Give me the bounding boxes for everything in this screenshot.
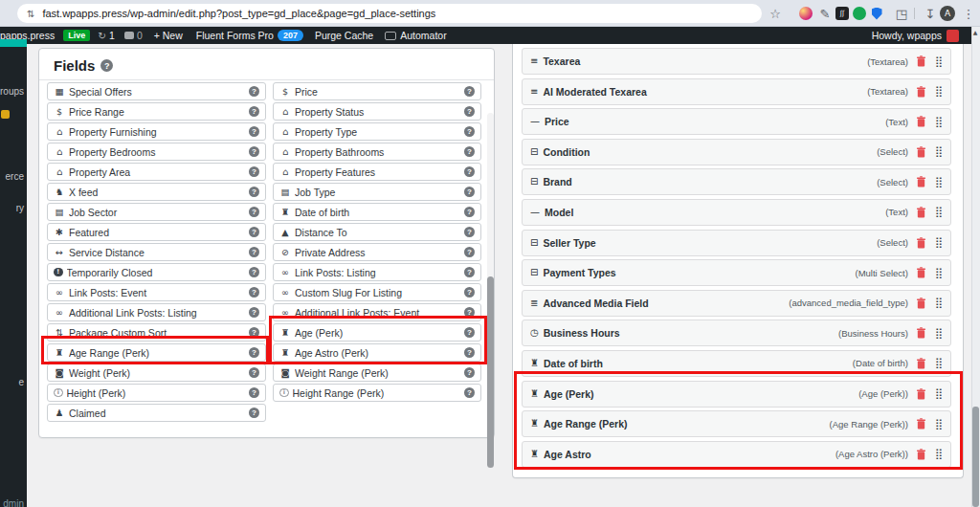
window-scrollbar-thumb[interactable] — [972, 407, 979, 507]
active-field-row-age-range-perk[interactable]: ♜ Age Range (Perk) (Age Range (Perk)) ⣿ — [522, 410, 951, 437]
address-bar[interactable]: ⇅ fast.wpapps.press/wp-admin/edit.php?po… — [17, 4, 762, 23]
trash-icon[interactable] — [916, 418, 926, 430]
help-icon[interactable]: ? — [249, 146, 259, 157]
drag-handle-icon[interactable]: ⣿ — [935, 146, 943, 157]
active-field-row-date-of-birth[interactable]: ♜ Date of birth (Date of birth) ⣿ — [522, 350, 951, 377]
active-field-row-price[interactable]: — Price (Text) ⣿ — [522, 108, 951, 135]
field-button-height-perk[interactable]: i Height (Perk) ? — [47, 384, 266, 402]
comments-icon[interactable] — [124, 32, 134, 39]
help-icon[interactable]: ? — [464, 387, 475, 398]
sidebar-item-fragment[interactable]: ry — [16, 203, 24, 213]
field-button-property-bedrooms[interactable]: ⌂ Property Bedrooms ? — [47, 143, 266, 161]
drag-handle-icon[interactable]: ⣿ — [935, 298, 943, 308]
extensions-puzzle-icon[interactable]: ◳ — [893, 6, 910, 21]
trash-icon[interactable] — [916, 327, 926, 339]
field-button-age-perk[interactable]: ♜ Age (Perk) ? — [273, 323, 481, 342]
trash-icon[interactable] — [916, 267, 926, 278]
field-button-property-features[interactable]: ⌂ Property Features ? — [273, 163, 481, 181]
trash-icon[interactable] — [916, 237, 926, 249]
extension-icon-dark[interactable]: ʃʃ — [834, 6, 851, 21]
drag-handle-icon[interactable]: ⣿ — [935, 419, 943, 430]
field-button-property-area[interactable]: ⌂ Property Area ? — [47, 163, 266, 181]
extension-icon-green[interactable] — [851, 6, 868, 21]
help-icon[interactable]: ? — [249, 207, 259, 217]
help-icon[interactable]: ? — [249, 347, 259, 358]
help-icon[interactable]: ? — [464, 327, 475, 338]
fields-scrollbar-thumb[interactable] — [487, 276, 494, 468]
field-button-job-sector[interactable]: ▤ Job Sector ? — [47, 203, 266, 221]
help-icon[interactable]: ? — [100, 59, 113, 72]
drag-handle-icon[interactable]: ⣿ — [935, 358, 943, 368]
trash-icon[interactable] — [916, 116, 926, 127]
help-icon[interactable]: ? — [249, 106, 259, 117]
sidebar-item-fragment[interactable]: dmin — [3, 498, 24, 507]
help-icon[interactable]: ? — [464, 247, 475, 257]
field-button-property-type[interactable]: ⌂ Property Type ? — [273, 122, 481, 141]
field-button-temporarily-closed[interactable]: ! Temporarily Closed ? — [47, 263, 266, 281]
field-button-private-address[interactable]: ⊘ Private Address ? — [273, 243, 481, 261]
field-button-custom-slug-for-listing[interactable]: ∞ Custom Slug For Listing ? — [273, 283, 481, 301]
help-icon[interactable]: ? — [249, 86, 259, 97]
field-button-age-astro-perk[interactable]: ♜ Age Astro (Perk) ? — [273, 343, 481, 362]
menu-kebab-icon[interactable]: ⋮ — [960, 6, 977, 21]
drag-handle-icon[interactable]: ⣿ — [935, 86, 943, 97]
purge-cache-menu[interactable]: Purge Cache — [315, 30, 373, 41]
help-icon[interactable]: ? — [464, 146, 475, 157]
field-button-special-offers[interactable]: ▦ Special Offers ? — [47, 82, 266, 100]
active-field-row-advanced-media-field[interactable]: ≣ Advanced Media Field (advanced_media_f… — [522, 290, 951, 317]
help-icon[interactable]: ? — [249, 247, 259, 257]
active-field-row-model[interactable]: — Model (Text) ⣿ — [522, 199, 951, 226]
trash-icon[interactable] — [916, 207, 926, 218]
drag-handle-icon[interactable]: ⣿ — [935, 388, 943, 399]
help-icon[interactable]: ? — [464, 207, 475, 217]
drag-handle-icon[interactable]: ⣿ — [935, 237, 943, 248]
drag-handle-icon[interactable]: ⣿ — [935, 177, 943, 187]
active-field-row-age-astro[interactable]: ♜ Age Astro (Age Astro (Perk)) ⣿ — [522, 441, 951, 468]
sidebar-item-fragment[interactable]: erce — [6, 171, 24, 182]
trash-icon[interactable] — [916, 86, 926, 98]
site-settings-icon[interactable]: ⇅ — [27, 9, 34, 19]
drag-handle-icon[interactable]: ⣿ — [935, 328, 943, 339]
account-avatar[interactable] — [947, 30, 959, 42]
drag-handle-icon[interactable]: ⣿ — [935, 449, 943, 459]
help-icon[interactable]: ? — [464, 287, 475, 298]
help-icon[interactable]: ? — [464, 166, 475, 177]
active-field-row-seller-type[interactable]: ⊟ Seller Type (Select) ⣿ — [522, 230, 951, 256]
help-icon[interactable]: ? — [249, 387, 259, 398]
howdy-account[interactable]: Howdy, wpapps — [872, 30, 942, 41]
help-icon[interactable]: ? — [249, 166, 259, 177]
automator-menu[interactable]: Automator — [400, 30, 446, 41]
help-icon[interactable]: ? — [464, 187, 475, 197]
drag-handle-icon[interactable]: ⣿ — [935, 268, 943, 278]
help-icon[interactable]: ? — [249, 287, 259, 298]
download-icon[interactable]: ↧ — [922, 6, 939, 21]
help-icon[interactable]: ? — [464, 307, 475, 318]
sidebar-item-fragment[interactable]: roups — [0, 86, 24, 97]
profile-avatar[interactable]: A — [939, 6, 956, 21]
bookmark-star-icon[interactable]: ☆ — [767, 6, 784, 21]
extension-icon-colorful[interactable] — [797, 6, 814, 21]
trash-icon[interactable] — [916, 146, 926, 158]
fluent-forms-menu[interactable]: Fluent Forms Pro — [196, 30, 274, 41]
help-icon[interactable]: ? — [249, 267, 259, 277]
help-icon[interactable]: ? — [249, 227, 259, 237]
updates-icon[interactable]: ↻ — [98, 30, 106, 41]
active-field-row-business-hours[interactable]: ◷ Business Hours (Business Hours) ⣿ — [522, 320, 951, 346]
trash-icon[interactable] — [916, 55, 926, 67]
active-field-row-payment-types[interactable]: ⊟ Payment Types (Multi Select) ⣿ — [522, 259, 951, 286]
help-icon[interactable]: ? — [464, 126, 475, 137]
help-icon[interactable]: ? — [249, 126, 259, 137]
active-field-row-age-perk[interactable]: ♜ Age (Perk) (Age (Perk)) ⣿ — [522, 381, 951, 408]
active-field-row-ai-moderated-texarea[interactable]: ≡ AI Moderated Texarea (Textarea) ⣿ — [522, 78, 951, 105]
help-icon[interactable]: ? — [464, 367, 475, 378]
help-icon[interactable]: ? — [249, 408, 259, 418]
trash-icon[interactable] — [916, 358, 926, 369]
field-button-property-bathrooms[interactable]: ⌂ Property Bathrooms ? — [273, 143, 481, 161]
drag-handle-icon[interactable]: ⣿ — [935, 117, 943, 127]
field-button-service-distance[interactable]: ↔ Service Distance ? — [47, 243, 266, 261]
update-count[interactable]: 1 — [109, 30, 115, 41]
trash-icon[interactable] — [916, 176, 926, 187]
field-button-price-range[interactable]: $ Price Range ? — [47, 102, 266, 121]
field-button-distance-to[interactable]: ▲ Distance To ? — [273, 223, 481, 241]
field-button-weight-range-perk[interactable]: ◙ Weight Range (Perk) ? — [273, 364, 481, 382]
